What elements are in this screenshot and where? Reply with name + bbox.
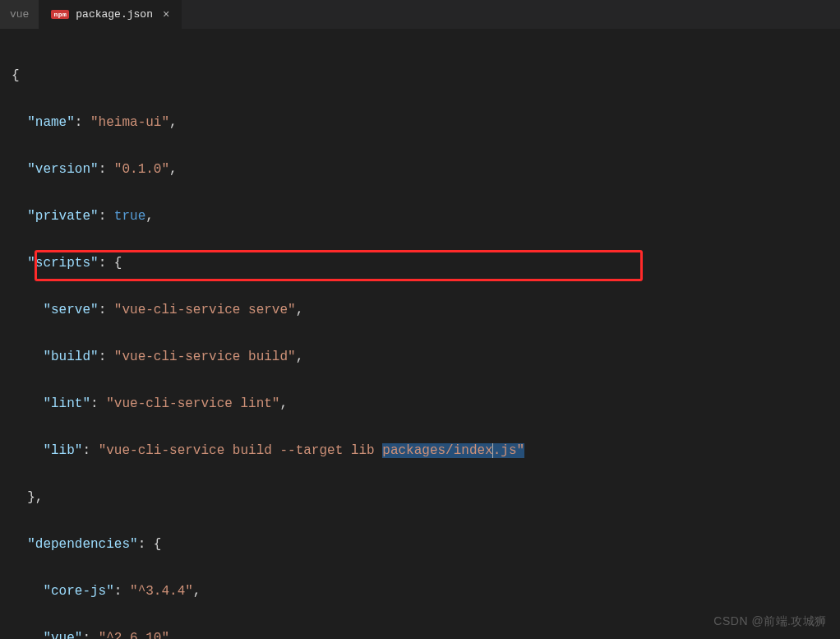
json-key: "vue" xyxy=(43,631,82,639)
json-boolean: true xyxy=(114,209,145,224)
watermark: CSDN @前端.攻城狮 xyxy=(713,614,827,629)
tab-active[interactable]: npm package.json × xyxy=(39,0,182,29)
close-icon[interactable]: × xyxy=(159,8,173,21)
npm-icon: npm xyxy=(51,10,69,19)
json-string: "vue-cli-service build" xyxy=(114,350,296,364)
json-key: "name" xyxy=(27,115,75,130)
json-string: "^3.4.4" xyxy=(130,584,193,599)
code-editor[interactable]: { "name": "heima-ui", "version": "0.1.0"… xyxy=(0,30,840,639)
json-key: "lint" xyxy=(43,396,90,411)
tab-bar: vue npm package.json × xyxy=(0,0,840,30)
json-key: "version" xyxy=(27,162,98,177)
json-string: "^2.6.10" xyxy=(99,631,169,639)
json-key: "scripts" xyxy=(27,256,98,271)
json-string: "0.1.0" xyxy=(114,162,169,177)
json-key: "private" xyxy=(27,209,98,224)
json-key: "dependencies" xyxy=(27,537,137,552)
json-string: "vue-cli-service serve" xyxy=(114,303,296,317)
json-string: "vue-cli-service build --target lib xyxy=(99,443,383,458)
json-string: "vue-cli-service lint" xyxy=(106,396,279,411)
brace-open: { xyxy=(12,68,20,83)
tab-inactive-label: vue xyxy=(10,8,29,21)
json-string: "heima-ui" xyxy=(90,115,169,130)
selected-text: .js" xyxy=(493,443,524,458)
selected-text: packages/index xyxy=(382,443,492,458)
json-key: "lib" xyxy=(43,443,82,458)
json-key: "build" xyxy=(43,350,98,364)
json-key: "core-js" xyxy=(43,584,113,599)
tab-inactive[interactable]: vue xyxy=(0,0,39,29)
json-key: "serve" xyxy=(43,303,98,317)
tab-active-label: package.json xyxy=(76,8,153,21)
